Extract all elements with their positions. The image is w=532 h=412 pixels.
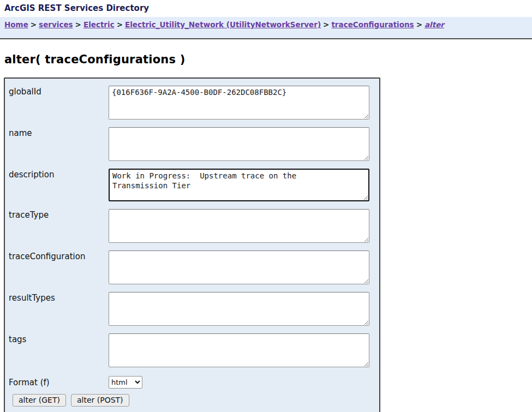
site-title: ArcGIS REST Services Directory: [4, 3, 532, 13]
alter-get-button[interactable]: alter (GET): [13, 394, 66, 407]
form-row-resulttypes: resultTypes: [9, 292, 379, 326]
breadcrumb-separator: >: [117, 20, 123, 29]
description-textarea[interactable]: Work in Progress: Upstream trace on the …: [109, 169, 369, 201]
globalid-textarea[interactable]: {016F636F-9A2A-4500-B0DF-262DC08FBB2C}: [109, 86, 369, 120]
breadcrumb-link-alter[interactable]: alter: [425, 20, 444, 29]
form-row-tracetype: traceType: [9, 209, 379, 243]
form-row-format: Format (f) html: [9, 376, 379, 389]
breadcrumb-separator: >: [323, 20, 329, 29]
form-row-traceconfiguration: traceConfiguration: [9, 250, 379, 284]
alter-form-panel: globalId {016F636F-9A2A-4500-B0DF-262DC0…: [4, 77, 380, 412]
breadcrumb-link-electric-utility-network[interactable]: Electric_Utility_Network (UtilityNetwork…: [125, 20, 321, 29]
breadcrumb-link-traceconfigurations[interactable]: traceConfigurations: [331, 20, 414, 29]
format-select[interactable]: html: [109, 376, 142, 389]
form-row-description: description Work in Progress: Upstream t…: [9, 169, 379, 201]
format-label: Format (f): [9, 378, 109, 387]
name-textarea[interactable]: [109, 127, 369, 161]
name-label: name: [9, 127, 109, 138]
tracetype-textarea[interactable]: [109, 209, 369, 243]
breadcrumb-separator: >: [75, 20, 81, 29]
tags-label: tags: [9, 333, 109, 344]
traceconfiguration-textarea[interactable]: [109, 250, 369, 284]
globalid-label: globalId: [9, 86, 109, 97]
resulttypes-textarea[interactable]: [109, 292, 369, 326]
form-buttons: alter (GET) alter (POST): [13, 394, 379, 407]
tags-textarea[interactable]: [109, 333, 369, 367]
breadcrumb-separator: >: [31, 20, 37, 29]
tracetype-label: traceType: [9, 209, 109, 220]
form-row-name: name: [9, 127, 379, 161]
traceconfiguration-label: traceConfiguration: [9, 250, 109, 261]
breadcrumb: Home>services>Electric>Electric_Utility_…: [0, 17, 532, 39]
page-heading: alter( traceConfigurations ): [4, 53, 532, 66]
breadcrumb-link-electric[interactable]: Electric: [83, 20, 115, 29]
alter-post-button[interactable]: alter (POST): [71, 394, 129, 407]
form-row-globalid: globalId {016F636F-9A2A-4500-B0DF-262DC0…: [9, 86, 379, 120]
description-label: description: [9, 169, 109, 180]
form-row-tags: tags: [9, 333, 379, 367]
breadcrumb-link-services[interactable]: services: [39, 20, 73, 29]
breadcrumb-separator: >: [416, 20, 422, 29]
breadcrumb-link-home[interactable]: Home: [4, 20, 28, 29]
resulttypes-label: resultTypes: [9, 292, 109, 303]
